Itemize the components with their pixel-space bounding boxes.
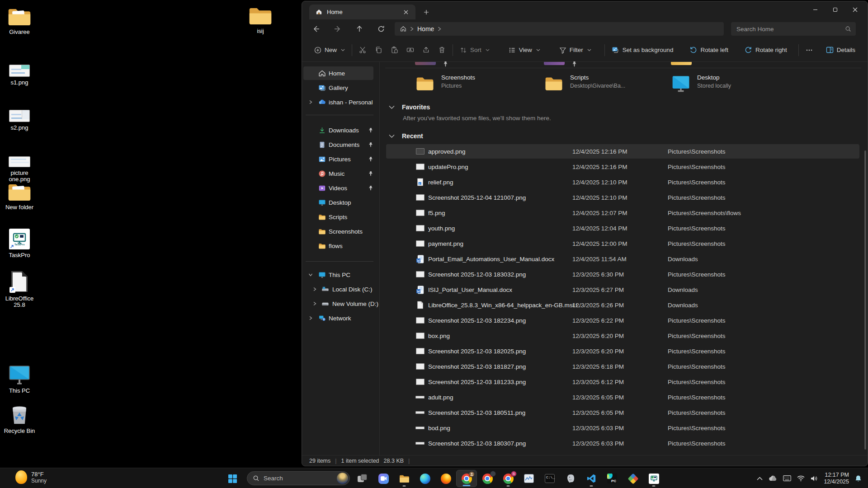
file-row-screenshot-2025-12-04-121007-png[interactable]: Screenshot 2025-12-04 121007.png 12/4/20… [386,190,859,205]
desktop-icon-givaree[interactable]: Givaree [0,5,39,35]
sidebar-item-pictures[interactable]: Pictures [303,152,373,166]
file-row-box-png[interactable]: box.png 12/3/2025 6:20 PM Pictures\Scree… [386,328,859,343]
taskbar-icon-chat[interactable] [373,470,394,487]
sidebar-item-videos[interactable]: Videos [303,181,373,195]
chevron-down-icon[interactable] [308,272,313,277]
taskbar-icon-version-control[interactable] [623,470,643,487]
sidebar-item-network[interactable]: Network [303,311,373,325]
file-location[interactable]: Pictures\Screenshots [668,148,726,155]
more-options-button[interactable] [802,43,817,57]
tab-close-icon[interactable] [401,7,411,17]
taskbar-icon-terminal[interactable]: C:\_ [539,470,560,487]
desktop-icon-new-folder[interactable]: New folder [0,180,39,211]
set-as-background-button[interactable]: Set as background [608,43,678,57]
sidebar-item-ishan-personal[interactable]: ishan - Personal [303,95,373,109]
file-location[interactable]: Pictures\Screenshots [668,409,726,416]
notification-bell-icon[interactable] [855,475,862,482]
breadcrumb-item-home[interactable]: Home [417,25,434,33]
file-location[interactable]: Pictures\Screenshots [668,317,726,324]
maximize-button[interactable] [825,1,845,18]
file-row-libreoffice-25-8-3-win-x86-64-helppack-e[interactable]: LibreOffice_25.8.3_Win_x86-64_helppack_e… [386,298,859,312]
file-location[interactable]: Downloads [668,302,698,309]
search-input[interactable]: Search Home [731,22,856,36]
sidebar-item-flows[interactable]: flows [303,239,373,253]
sidebar-item-music[interactable]: Music [303,167,373,180]
sidebar-item-this-pc[interactable]: This PC [303,268,373,282]
file-location[interactable]: Pictures\Screenshots [668,225,726,232]
recent-section-header[interactable]: Recent [389,132,423,140]
new-button[interactable]: New [310,43,349,57]
delete-button[interactable] [434,43,450,57]
taskbar-icon-task-view[interactable] [352,470,373,487]
start-button[interactable] [225,472,240,485]
desktop-icon-s1-png[interactable]: s1.png [0,55,39,86]
file-row-screenshot-2025-12-03-183032-png[interactable]: Screenshot 2025-12-03 183032.png 12/3/20… [386,267,859,282]
sidebar-item-home[interactable]: Home [303,66,373,80]
taskbar-icon-system-monitor[interactable] [519,470,539,487]
file-location[interactable]: Pictures\Screenshots [668,425,726,432]
file-row-screenshot-2025-12-03-181233-png[interactable]: Screenshot 2025-12-03 181233.png 12/3/20… [386,375,859,389]
paste-button[interactable] [387,43,402,57]
details-pane-button[interactable]: Details [822,43,859,57]
file-location[interactable]: Pictures\Screenshots [668,348,726,355]
file-row-bod-png[interactable]: bod.png 12/3/2025 6:03 PM Pictures\Scree… [386,421,859,435]
file-location[interactable]: Downloads [668,256,698,263]
tab-home[interactable]: Home [309,5,415,19]
file-location[interactable]: Pictures\Screenshots [668,333,726,339]
file-row-screenshot-2025-12-03-182234-png[interactable]: Screenshot 2025-12-03 182234.png 12/3/20… [386,313,859,328]
sidebar-item-downloads[interactable]: Downloads [303,123,373,137]
file-row-relief-png[interactable]: relief.png 12/4/2025 12:10 PM Pictures\S… [386,175,859,189]
onedrive-icon[interactable] [769,475,777,481]
quick-access-tile-screenshots[interactable]: Screenshots Pictures [415,73,537,96]
sidebar-item-desktop[interactable]: Desktop [303,196,373,209]
file-row-youth-png[interactable]: youth.png 12/4/2025 12:04 PM Pictures\Sc… [386,221,859,235]
file-row-screenshot-2025-12-03-182025-png[interactable]: Screenshot 2025-12-03 182025.png 12/3/20… [386,344,859,358]
taskbar-icon-edge[interactable] [415,470,435,487]
tray-chevron-up-icon[interactable] [757,477,763,480]
rotate-left-button[interactable]: Rotate left [685,43,732,57]
desktop-icon-libreoffice-25-8[interactable]: LibreOffice 25.8 [0,271,39,308]
taskbar-icon-postgresql[interactable] [560,470,581,487]
breadcrumb[interactable]: Home [395,22,724,36]
file-row-screenshot-2025-12-03-181827-png[interactable]: Screenshot 2025-12-03 181827.png 12/3/20… [386,359,859,374]
file-row-portal-email-automations-user-manual-doc[interactable]: Portal_Email_Automations_User_Manual.doc… [386,252,859,266]
sidebar-item-new-volume-d-[interactable]: New Volume (D:) [303,297,373,310]
file-row-f5-png[interactable]: f5.png 12/4/2025 12:07 PM Pictures\Scree… [386,206,859,220]
taskbar-icon-chrome-profile-3[interactable]: S [498,470,519,487]
sort-button[interactable]: Sort [456,43,494,57]
file-row-payment-png[interactable]: payment.png 12/4/2025 12:00 PM Pictures\… [386,236,859,251]
breadcrumb-home-icon[interactable] [400,26,406,32]
minimize-button[interactable] [805,1,825,18]
search-highlight-image[interactable] [337,473,348,484]
file-location[interactable]: Pictures\Screenshots\flows [668,210,741,216]
weather-widget[interactable]: 78°F Sunny [15,470,47,484]
sidebar-item-scripts[interactable]: Scripts [303,210,373,224]
share-button[interactable] [418,43,434,57]
taskbar-icon-vscode[interactable] [581,470,602,487]
file-row-approved-png[interactable]: approved.png 12/4/2025 12:16 PM Pictures… [386,144,859,159]
desktop-icon-s2-png[interactable]: s2.png [0,100,39,131]
sidebar-item-gallery[interactable]: Gallery [303,81,373,94]
file-location[interactable]: Pictures\Screenshots [668,194,726,201]
file-location[interactable]: Pictures\Screenshots [668,363,726,370]
favorites-section-header[interactable]: Favorites [389,103,430,111]
sidebar-item-documents[interactable]: Documents [303,138,373,151]
quick-access-tile-scripts[interactable]: Scripts Desktop\Givaree\Ba... [544,73,666,96]
up-button[interactable] [352,22,367,36]
file-location[interactable]: Downloads [668,286,698,293]
file-row-screenshot-2025-12-03-180307-png[interactable]: Screenshot 2025-12-03 180307.png 12/3/20… [386,436,859,450]
vertical-scrollbar[interactable] [864,150,866,450]
file-row-isij-portal-user-manual-docx[interactable]: ISIJ_Portal_User_Manual.docx 12/3/2025 6… [386,282,859,297]
view-button[interactable]: View [505,43,544,57]
file-row-screenshot-2025-12-03-180511-png[interactable]: Screenshot 2025-12-03 180511.png 12/3/20… [386,405,859,420]
refresh-button[interactable] [373,22,389,36]
taskbar-icon-pycharm[interactable]: PC [602,470,623,487]
file-location[interactable]: Pictures\Screenshots [668,440,726,447]
taskbar-icon-chrome-profile-1[interactable] [456,470,477,487]
rename-button[interactable] [402,43,418,57]
volume-icon[interactable] [811,475,818,482]
file-location[interactable]: Pictures\Screenshots [668,394,726,401]
file-location[interactable]: Pictures\Screenshots [668,164,726,170]
desktop-icon-taskpro[interactable]: TaskPro TaskPro [0,228,39,258]
rotate-right-button[interactable]: Rotate right [741,43,791,57]
